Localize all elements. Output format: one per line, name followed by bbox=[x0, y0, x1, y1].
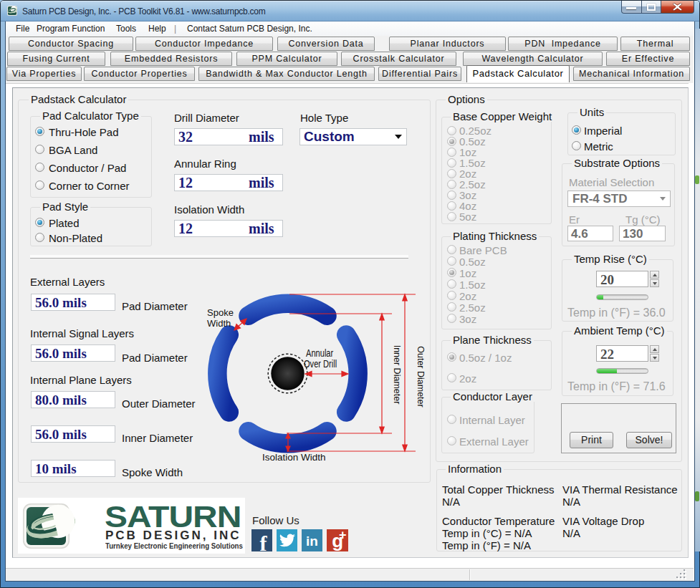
svg-text:Isolation Width: Isolation Width bbox=[262, 452, 326, 463]
svg-text:Outer Diameter: Outer Diameter bbox=[416, 346, 426, 407]
svg-text:Inner Diameter: Inner Diameter bbox=[392, 345, 402, 405]
svg-text:Spoke: Spoke bbox=[207, 307, 234, 318]
svg-text:Width: Width bbox=[207, 318, 231, 329]
svg-text:Over Drill: Over Drill bbox=[304, 357, 337, 370]
